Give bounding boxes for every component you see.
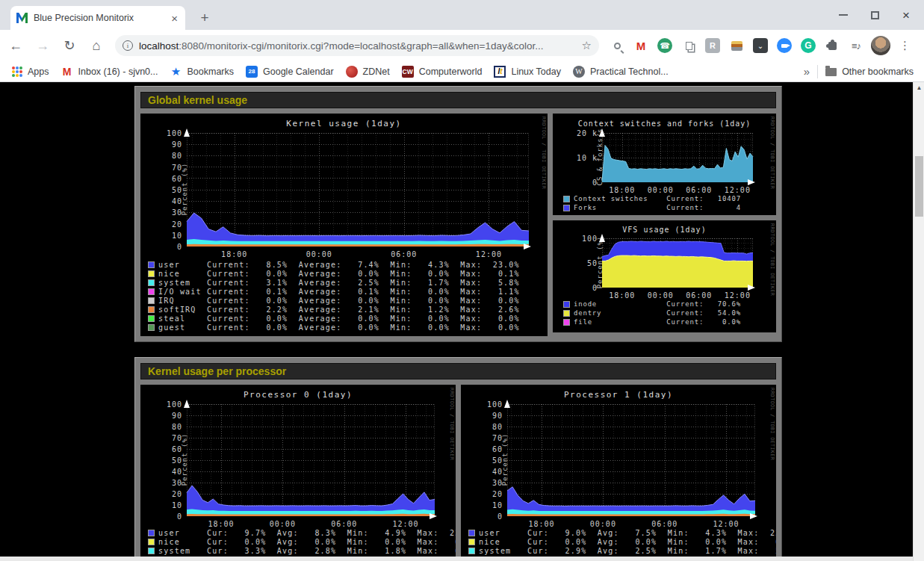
legend-row-irq: IRQ Current: 0.0% Average: 0.0% Min: 0.0… <box>148 296 520 305</box>
graph-processor-1[interactable]: Processor 1 (1day)Percent (%)10090807060… <box>461 385 776 561</box>
bookmark-linux-today[interactable]: ltLinux Today <box>494 66 561 78</box>
address-bar[interactable]: i localhost:8080/monitorix-cgi/monitorix… <box>115 35 599 56</box>
bookmark-label: Linux Today <box>511 66 561 77</box>
x-tick-label: 00:00 <box>648 291 674 300</box>
bookmarks-divider <box>817 65 818 78</box>
rrdtool-watermark: RRDTOOL / TOBI OETIKER <box>769 223 775 296</box>
chart-title: Processor 0 (1day) <box>140 390 456 400</box>
y-tick-label: 60 <box>154 445 182 453</box>
bookmark-star-icon[interactable]: ☆ <box>582 39 592 52</box>
y-tick-label: 40 <box>154 468 182 476</box>
bookmark-bookmarks[interactable]: ★Bookmarks <box>170 66 235 78</box>
section-global-kernel: Global kernel usage Kernel usage (1day)P… <box>134 86 782 342</box>
x-tick-label: 06:00 <box>686 186 712 194</box>
graph-processor-0[interactable]: Processor 0 (1day)Percent (%)10090807060… <box>140 385 456 561</box>
extension-icons: M☎R⌄G≡♪ <box>610 38 863 53</box>
bookmark-practical-technol[interactable]: WPractical Technol... <box>573 66 669 78</box>
graph-kernel-usage[interactable]: Kernel usage (1day)Percent (%)1009080706… <box>140 114 548 336</box>
back-button[interactable]: ← <box>4 34 27 57</box>
x-tick-label: 18:00 <box>208 520 234 528</box>
y-tick-label: 100 <box>154 400 182 409</box>
legend-swatch <box>563 196 570 202</box>
monitorix-favicon <box>16 13 28 23</box>
legend-text: IRQ Current: 0.0% Average: 0.0% Min: 0.0… <box>158 297 520 305</box>
legend-row-user: user Cur: 9.0% Avg: 7.5% Min: 4.3% Max: … <box>468 528 776 537</box>
other-bookmarks-button[interactable]: Other bookmarks <box>825 66 914 77</box>
reload-button[interactable]: ↻ <box>58 34 81 57</box>
graph-context-switches[interactable]: Context switches and forks (1day)CS & fo… <box>553 114 776 215</box>
bookmark-inbox-16-sjvn0[interactable]: MInbox (16) - sjvn0... <box>61 66 158 78</box>
legend-row-nice: nice Cur: 0.0% Avg: 0.0% Min: 0.0% Max: … <box>468 537 776 546</box>
close-button[interactable]: × <box>900 9 912 21</box>
grammarly-extension-icon[interactable]: G <box>801 38 816 53</box>
r-extension-icon[interactable]: R <box>705 38 720 53</box>
legend-text: inode Current: 70.6% <box>574 300 741 308</box>
legend-text: steal Current: 0.0% Average: 0.0% Min: 0… <box>158 314 520 323</box>
browser-menu-icon[interactable]: ⋮ <box>899 39 911 52</box>
y-tick-label: 10 <box>154 232 182 240</box>
legend-swatch <box>148 539 155 545</box>
copy-extension-icon[interactable] <box>681 38 696 53</box>
playlist-extension-icon[interactable]: ≡♪ <box>849 38 863 53</box>
tab-close-icon[interactable]: × <box>170 12 179 25</box>
y-tick-label: 90 <box>154 140 182 149</box>
bookmark-google-calendar[interactable]: 28Google Calendar <box>246 66 334 78</box>
legend-text: nice Current: 0.0% Average: 0.0% Min: 0.… <box>158 270 520 278</box>
x-tick-label: 12:00 <box>725 186 751 194</box>
scrollbar-thumb[interactable] <box>915 156 923 217</box>
y-tick-label: 100 <box>569 235 598 243</box>
graph-vfs-usage[interactable]: VFS usage (1day)Percent (%)10050018:0000… <box>553 220 776 332</box>
y-tick-label: 10 <box>474 501 503 509</box>
new-tab-button[interactable]: + <box>196 9 214 27</box>
monitorix-page: Global kernel usage Kernel usage (1day)P… <box>0 82 913 561</box>
forward-button[interactable]: → <box>31 34 54 57</box>
section-title-global-kernel: Global kernel usage <box>140 92 776 108</box>
legend-row-system: system Current: 3.1% Average: 2.5% Min: … <box>148 278 520 287</box>
star-blue-icon: ★ <box>170 66 182 78</box>
bookmarks-overflow-chevron[interactable]: » <box>796 65 817 78</box>
bookmarks-list: AppsMInbox (16) - sjvn0...★Bookmarks28Go… <box>0 66 669 78</box>
section-title-per-processor: Kernel usage per processor <box>140 363 776 379</box>
puzzle-extension-icon[interactable] <box>825 38 840 53</box>
legend-text: user Cur: 9.7% Avg: 8.3% Min: 4.9% Max: … <box>158 529 456 537</box>
zoom-extension-icon[interactable] <box>777 38 792 53</box>
minimize-button[interactable] <box>837 9 849 21</box>
browser-tab[interactable]: Blue Precision Monitorix × <box>10 6 185 30</box>
profile-avatar[interactable] <box>871 36 890 55</box>
y-tick-label: 20 <box>154 220 182 229</box>
browser-window: { "browser": { "tab": { "title": "Blue P… <box>0 0 924 561</box>
legend-swatch <box>148 270 155 277</box>
legend-text: I/O wait Current: 0.1% Average: 0.1% Min… <box>158 288 520 296</box>
scrollbar-up-arrow[interactable]: ▲ <box>914 84 924 93</box>
bookmark-computerworld[interactable]: CWComputerworld <box>402 66 483 78</box>
y-tick-label: 50 <box>474 456 503 465</box>
x-tick-label: 12:00 <box>713 520 739 528</box>
y-tick-label: 30 <box>154 479 182 487</box>
page-info-icon[interactable]: i <box>123 40 133 51</box>
maximize-button[interactable] <box>869 9 881 21</box>
legend-text: guest Current: 0.0% Average: 0.0% Min: 0… <box>158 323 520 332</box>
y-tick-label: 30 <box>154 208 182 217</box>
bookmark-apps[interactable]: Apps <box>12 66 49 77</box>
zdnet-icon <box>346 66 358 78</box>
legend-text: dentry Current: 54.0% <box>574 309 741 317</box>
pocket-extension-icon[interactable]: ⌄ <box>753 38 768 53</box>
y-tick-label: 100 <box>474 400 503 409</box>
y-tick-label: 0 <box>569 179 598 187</box>
legend-swatch <box>148 297 155 304</box>
search-extension-icon[interactable] <box>610 38 624 53</box>
x-tick-label: 06:00 <box>686 291 712 300</box>
bookmark-zdnet[interactable]: ZDNet <box>346 66 390 78</box>
bookmark-label: ZDNet <box>363 66 390 77</box>
y-tick-label: 40 <box>474 468 503 476</box>
legend-text: system Cur: 2.9% Avg: 2.5% Min: 1.7% Max… <box>479 547 776 555</box>
x-tick-label: 12:00 <box>725 291 751 300</box>
y-tick-label: 50 <box>569 259 598 267</box>
gmail-extension-icon[interactable]: M <box>633 38 648 53</box>
books-extension-icon[interactable] <box>729 38 744 53</box>
bookmark-label: Apps <box>28 66 49 77</box>
home-button[interactable]: ⌂ <box>85 34 108 57</box>
y-tick-label: 80 <box>474 423 503 431</box>
vertical-scrollbar[interactable]: ▲ <box>913 82 924 561</box>
phone-extension-icon[interactable]: ☎ <box>657 38 672 53</box>
